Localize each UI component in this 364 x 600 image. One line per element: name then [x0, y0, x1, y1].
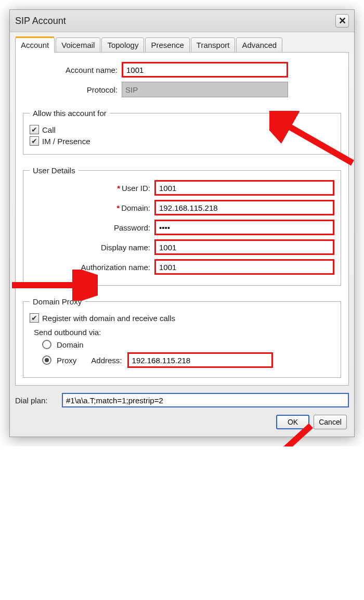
auth-name-label: Authorization name: [30, 263, 154, 272]
allow-fieldset: Allow this account for Call IM / Presenc… [23, 109, 341, 155]
domain-proxy-fieldset: Domain Proxy Register with domain and re… [23, 297, 341, 378]
dial-plan-input[interactable] [62, 393, 349, 407]
dial-plan-label: Dial plan: [15, 396, 62, 405]
proxy-address-input[interactable] [127, 352, 273, 368]
user-details-legend: User Details [30, 166, 79, 175]
password-input[interactable] [154, 220, 334, 235]
outbound-proxy-label: Proxy [57, 356, 76, 365]
protocol-input [122, 82, 288, 97]
tab-transport[interactable]: Transport [191, 37, 236, 53]
protocol-label: Protocol: [23, 85, 122, 94]
send-outbound-label: Send outbound via: [34, 328, 334, 337]
account-name-label: Account name: [23, 66, 122, 74]
outbound-proxy-radio[interactable] [42, 355, 51, 365]
userid-input[interactable] [154, 180, 334, 196]
allow-call-label: Call [42, 125, 56, 134]
ok-button[interactable]: OK [276, 415, 309, 429]
cancel-button[interactable]: Cancel [314, 415, 347, 429]
domain-proxy-legend: Domain Proxy [30, 297, 85, 306]
account-tab-panel: Account name: Protocol: Allow this accou… [15, 52, 349, 386]
password-label: Password: [30, 223, 154, 232]
display-name-input[interactable] [154, 239, 334, 255]
tab-presence[interactable]: Presence [145, 37, 189, 53]
outbound-domain-radio[interactable] [42, 340, 51, 349]
display-name-label: Display name: [30, 243, 154, 252]
titlebar: SIP Account ✕ [10, 10, 354, 32]
sip-account-dialog: SIP Account ✕ Account Voicemail Topology… [9, 9, 355, 437]
account-name-input[interactable] [122, 62, 288, 78]
tab-account[interactable]: Account [15, 37, 55, 53]
window-title: SIP Account [15, 16, 66, 27]
register-label: Register with domain and receive calls [42, 314, 175, 323]
allow-im-label: IM / Presence [42, 137, 90, 146]
domain-input[interactable] [154, 200, 334, 215]
userid-label: *User ID: [30, 184, 154, 193]
user-details-fieldset: User Details *User ID: *Domain: Password… [23, 166, 341, 286]
tab-voicemail[interactable]: Voicemail [56, 37, 100, 53]
tab-advanced[interactable]: Advanced [236, 37, 282, 53]
allow-legend: Allow this account for [30, 109, 110, 118]
allow-im-checkbox[interactable] [30, 136, 39, 146]
close-button[interactable]: ✕ [335, 14, 349, 28]
tab-topology[interactable]: Topology [101, 37, 144, 53]
outbound-domain-label: Domain [57, 340, 84, 349]
allow-call-checkbox[interactable] [30, 125, 39, 134]
proxy-address-label: Address: [91, 356, 122, 365]
close-icon: ✕ [339, 15, 346, 27]
register-checkbox[interactable] [30, 313, 39, 323]
domain-label: *Domain: [30, 203, 154, 212]
auth-name-input[interactable] [154, 259, 334, 275]
tab-strip: Account Voicemail Topology Presence Tran… [10, 32, 354, 53]
